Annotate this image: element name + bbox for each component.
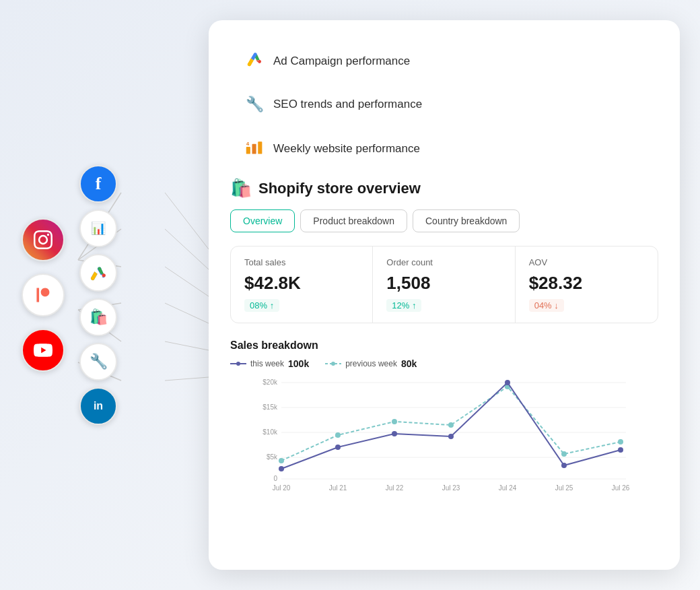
ad-campaign-item[interactable]: Ad Campaign performance <box>230 40 658 82</box>
aov-change: 04% ↓ <box>529 299 564 312</box>
svg-point-12 <box>102 273 106 277</box>
svg-line-10 <box>165 341 209 350</box>
svg-point-42 <box>392 431 397 436</box>
instagram-icon[interactable] <box>22 218 65 261</box>
svg-text:$10k: $10k <box>262 428 278 436</box>
tab-group: Overview Product breakdown Country break… <box>230 209 658 232</box>
seo-trends-text: SEO trends and performance <box>273 98 422 111</box>
youtube-icon[interactable] <box>22 329 65 372</box>
svg-point-45 <box>561 463 567 468</box>
shopify-sidebar-icon[interactable]: 🛍️ <box>79 298 117 336</box>
svg-point-40 <box>279 466 284 471</box>
svg-point-43 <box>448 434 454 439</box>
legend-this-week-value: 100k <box>288 358 309 369</box>
shopify-section: 🛍️ Shopify store overview Overview Produ… <box>230 178 658 496</box>
svg-line-11 <box>165 377 209 381</box>
facebook-icon[interactable]: f <box>79 165 117 203</box>
svg-text:Jul 22: Jul 22 <box>386 484 404 492</box>
seo-trends-icon: 🔧 <box>244 96 265 113</box>
shopify-header: 🛍️ Shopify store overview <box>230 178 658 199</box>
legend-this-week: this week 100k <box>230 358 309 369</box>
order-count-value: 1,508 <box>386 273 501 294</box>
tab-country-breakdown[interactable]: Country breakdown <box>413 209 520 232</box>
aov-value: $28.32 <box>529 273 644 294</box>
svg-text:0: 0 <box>273 475 277 482</box>
tab-overview[interactable]: Overview <box>230 209 295 232</box>
ad-campaign-text: Ad Campaign performance <box>273 55 410 68</box>
order-count-label: Order count <box>386 257 501 267</box>
patreon-icon[interactable] <box>22 273 65 317</box>
ad-campaign-icon <box>244 51 265 71</box>
total-sales-value: $42.8K <box>244 273 359 294</box>
svg-text:Jul 20: Jul 20 <box>273 484 291 492</box>
svg-line-7 <box>165 229 209 269</box>
weekly-website-text: Weekly website performance <box>273 142 420 156</box>
svg-text:$20k: $20k <box>262 379 278 386</box>
svg-rect-17 <box>252 144 256 154</box>
google-ads-icon[interactable] <box>79 254 117 292</box>
svg-text:$5k: $5k <box>267 453 278 461</box>
svg-point-41 <box>335 445 341 450</box>
svg-text:Jul 23: Jul 23 <box>442 484 460 492</box>
weekly-website-icon: 4 <box>244 137 265 160</box>
legend-prev-week-label: previous week <box>345 359 397 368</box>
seo-trends-item[interactable]: 🔧 SEO trends and performance <box>230 85 658 124</box>
metric-order-count: Order count 1,508 12% ↑ <box>373 247 515 323</box>
svg-text:4: 4 <box>246 141 250 147</box>
svg-point-38 <box>561 451 567 457</box>
shopify-header-icon: 🛍️ <box>230 178 252 199</box>
svg-rect-16 <box>246 147 250 154</box>
metric-total-sales: Total sales $42.8K 08% ↑ <box>231 247 373 323</box>
tab-product-breakdown[interactable]: Product breakdown <box>300 209 407 232</box>
weekly-website-item[interactable]: 4 Weekly website performance <box>230 127 658 171</box>
svg-point-33 <box>279 458 284 463</box>
svg-text:Jul 25: Jul 25 <box>555 484 573 492</box>
svg-text:Jul 26: Jul 26 <box>612 484 630 492</box>
svg-point-46 <box>618 447 623 453</box>
svg-point-13 <box>258 60 261 63</box>
svg-point-44 <box>505 380 510 385</box>
main-card: Ad Campaign performance 🔧 SEO trends and… <box>209 20 680 570</box>
total-sales-change: 08% ↑ <box>244 299 279 312</box>
svg-rect-18 <box>258 141 262 154</box>
svg-point-20 <box>236 362 240 366</box>
sales-chart: $20k $15k $10k $5k 0 <box>230 374 658 496</box>
aov-label: AOV <box>529 257 644 267</box>
legend-prev-week-value: 80k <box>401 358 417 369</box>
legend-previous-week: previous week 80k <box>325 358 417 369</box>
shopify-title: Shopify store overview <box>258 180 421 197</box>
svg-point-34 <box>335 432 341 438</box>
legend-this-week-label: this week <box>250 359 284 368</box>
svg-text:Jul 24: Jul 24 <box>499 484 517 492</box>
svg-point-36 <box>448 422 454 428</box>
analytics-icon[interactable]: 📊 <box>79 209 117 247</box>
svg-point-39 <box>618 439 623 445</box>
metrics-grid: Total sales $42.8K 08% ↑ Order count 1,5… <box>230 246 658 323</box>
svg-point-22 <box>331 362 335 366</box>
chart-container: $20k $15k $10k $5k 0 <box>230 374 658 496</box>
svg-line-8 <box>165 267 209 296</box>
chart-legend: this week 100k previous week 80k <box>230 358 658 369</box>
seo-icon[interactable]: 🔧 <box>79 343 117 381</box>
total-sales-label: Total sales <box>244 257 359 267</box>
svg-line-9 <box>165 303 209 323</box>
svg-text:Jul 21: Jul 21 <box>329 484 347 492</box>
svg-line-14 <box>256 61 258 62</box>
svg-text:$15k: $15k <box>262 403 278 411</box>
order-count-change: 12% ↑ <box>386 299 421 312</box>
linkedin-icon[interactable]: in <box>79 387 117 425</box>
metric-aov: AOV $28.32 04% ↓ <box>516 247 658 323</box>
svg-line-6 <box>165 193 209 249</box>
chart-section: Sales breakdown this week 100k previous … <box>230 339 658 496</box>
chart-title: Sales breakdown <box>230 339 658 352</box>
svg-point-35 <box>392 419 397 424</box>
